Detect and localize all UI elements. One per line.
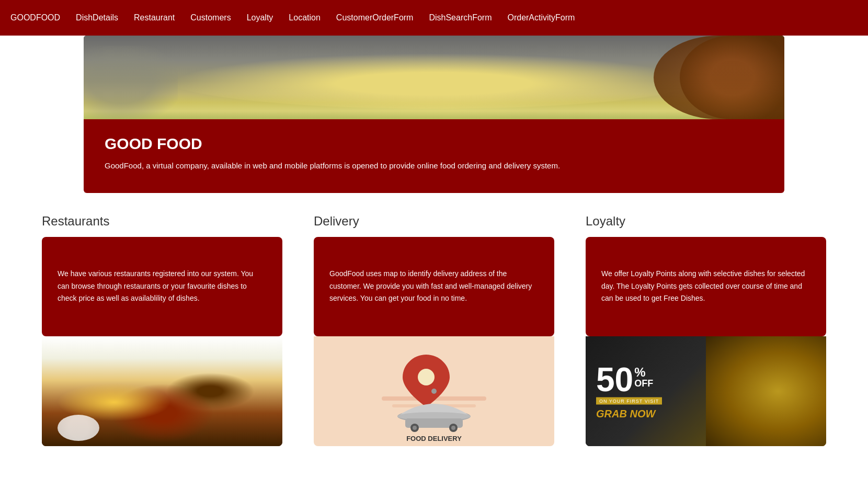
on-first-visit: ON YOUR FIRST VISIT xyxy=(596,397,662,404)
hero-title: GOOD FOOD xyxy=(105,135,763,153)
restaurants-image xyxy=(42,336,282,446)
hero-image xyxy=(84,36,784,119)
discount-percent: % xyxy=(634,366,653,378)
restaurants-section: Restaurants We have various restaurants … xyxy=(42,214,282,446)
nav-orderactivityform[interactable]: OrderActivityForm xyxy=(507,13,575,22)
restaurants-card: We have various restaurants registered i… xyxy=(42,237,282,336)
nav-dishsearchform[interactable]: DishSearchForm xyxy=(429,13,492,22)
svg-point-6 xyxy=(431,389,437,394)
hero-description: GoodFood, a virtual company, available i… xyxy=(105,160,575,172)
restaurants-card-text: We have various restaurants registered i… xyxy=(58,268,267,305)
svg-point-11 xyxy=(451,426,455,430)
loyalty-card-text: We offer Loyalty Points along with selec… xyxy=(601,268,810,305)
loyalty-title: Loyalty xyxy=(586,214,826,229)
food-delivery-svg: FOOD DELIVERY xyxy=(366,339,502,444)
nav-loyalty[interactable]: Loyalty xyxy=(247,13,273,22)
svg-text:FOOD
             DELIVERY: FOOD DELIVERY xyxy=(406,435,462,442)
nav-dishdetails[interactable]: DishDetails xyxy=(76,13,118,22)
hero-section: GOOD FOOD GoodFood, a virtual company, a… xyxy=(42,36,826,193)
delivery-title: Delivery xyxy=(314,214,554,229)
restaurants-title: Restaurants xyxy=(42,214,282,229)
delivery-card-text: GoodFood uses map to identify delivery a… xyxy=(329,268,539,305)
hero-text-block: GOOD FOOD GoodFood, a virtual company, a… xyxy=(84,119,784,193)
loyalty-discount-overlay: 50 % OFF ON YOUR FIRST VISIT GRAB NOW xyxy=(596,362,662,419)
nav-restaurant[interactable]: Restaurant xyxy=(134,13,175,22)
nav-customerorderform[interactable]: CustomerOrderForm xyxy=(336,13,414,22)
loyalty-image: 50 % OFF ON YOUR FIRST VISIT GRAB NOW xyxy=(586,336,826,446)
loyalty-section: Loyalty We offer Loyalty Points along wi… xyxy=(586,214,826,446)
grab-now: GRAB NOW xyxy=(596,407,662,419)
nav-location[interactable]: Location xyxy=(289,13,321,22)
discount-off: OFF xyxy=(634,378,653,388)
main-content: Restaurants We have various restaurants … xyxy=(0,193,868,467)
discount-number: 50 xyxy=(596,362,633,396)
nav-customers[interactable]: Customers xyxy=(190,13,231,22)
nav-goodfood[interactable]: GOODFOOD xyxy=(10,13,60,22)
svg-point-3 xyxy=(418,369,435,385)
navbar: GOODFOOD DishDetails Restaurant Customer… xyxy=(0,0,868,36)
delivery-card: GoodFood uses map to identify delivery a… xyxy=(314,237,554,336)
delivery-image: FOOD DELIVERY xyxy=(314,336,554,446)
svg-point-9 xyxy=(413,426,417,430)
loyalty-card: We offer Loyalty Points along with selec… xyxy=(586,237,826,336)
delivery-section: Delivery GoodFood uses map to identify d… xyxy=(314,214,554,446)
